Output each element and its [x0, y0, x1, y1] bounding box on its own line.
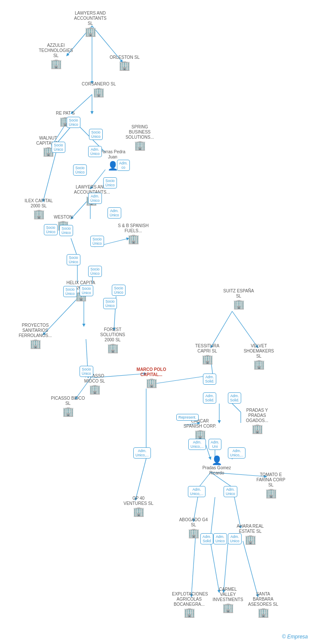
badge-socio-unico-14[interactable]: SocioÚnico — [112, 285, 126, 296]
badge-socio-unico-4[interactable]: SocioÚnico — [73, 164, 87, 176]
node-orleston[interactable]: ORLESTON SL 🏢 — [110, 55, 140, 70]
node-velvet-shoemakers[interactable]: VELVET SHOEMAKERS SL 🏢 — [242, 343, 276, 369]
watermark: © Empresa — [282, 634, 308, 640]
badge-socio-unico-1[interactable]: SocioÚnico — [67, 117, 80, 128]
badge-adm-solid-2[interactable]: Adm.Solid. — [203, 392, 216, 404]
badge-socio-unico-11[interactable]: SocioÚnico — [80, 285, 93, 296]
badge-adm-unico-main[interactable]: Adm.Unico,... — [133, 447, 151, 459]
badge-socio-unico-6[interactable]: SocioÚnico — [59, 225, 73, 236]
badge-adm-unico-1[interactable]: Adm.Único — [88, 146, 102, 157]
svg-line-40 — [211, 543, 219, 592]
node-picasso-bidco[interactable]: PICASSO BIDCO SL 🏢 — [51, 396, 85, 416]
badge-socio-unico-13[interactable]: SocioÚnico — [103, 298, 117, 309]
badge-socio-unico-8[interactable]: SocioÚnico — [90, 236, 104, 247]
node-ilex-capital[interactable]: ILEX CAPITAL 2000 SL 🏢 — [21, 198, 56, 219]
badge-adm-unico-ahara[interactable]: Adm.Unico — [228, 533, 242, 544]
node-marco-polo[interactable]: MARCO POLO CAPITAL... 🏢 — [134, 367, 169, 388]
badge-socio-unico-9[interactable]: SocioÚnico — [67, 254, 80, 265]
graph-container: LAWYERS AND ACCOUNTANTS SL 🏢 AZZULEI TEC… — [0, 0, 313, 644]
badge-socio-unico-15[interactable]: SocioÚnico — [80, 366, 93, 377]
svg-line-28 — [232, 404, 241, 412]
node-corsanero[interactable]: CORSANERO SL 🏢 — [82, 82, 116, 97]
connection-lines — [0, 0, 313, 644]
badge-socio-unico-12[interactable]: SocioÚnico — [63, 286, 77, 297]
node-azzulei[interactable]: AZZULEI TECHNOLOGIES SL 🏢 — [39, 43, 73, 69]
node-pradas-y-pradas[interactable]: PRADAS Y PRADAS OGADOS... 🏢 — [240, 408, 274, 434]
node-carmel-valley[interactable]: CARMEL VALLEY INVESTMENTS 🏢 — [211, 587, 245, 613]
badge-socio-unico-2[interactable]: SocioÚnico — [52, 142, 65, 153]
badge-adm-solid-1[interactable]: Adm.Solid. — [203, 374, 216, 385]
badge-socio-unico-10[interactable]: SocioÚnico — [88, 266, 102, 277]
node-explotaciones[interactable]: EXPLOTACIONES AGRICOLAS BOCANEGRA... 🏢 — [172, 592, 206, 617]
badge-adm-unico-abogado[interactable]: Adm.Unico — [213, 533, 227, 544]
node-gp40[interactable]: GP 40 VENTURES SL 🏢 — [121, 496, 156, 516]
svg-line-42 — [243, 541, 258, 597]
badge-socio-unico-7[interactable]: SocioÚnico — [44, 224, 58, 235]
badge-adm-solid-abogado[interactable]: Adm.Solid — [200, 533, 213, 544]
svg-line-24 — [211, 311, 232, 348]
node-sb-spanish-fuels[interactable]: S & B SPANISH FUELS... 🏢 — [116, 223, 150, 244]
badge-socio-unico-5[interactable]: SocioÚnico — [103, 177, 117, 188]
badge-socio-unico-3[interactable]: SocioÚnico — [89, 129, 103, 140]
badge-adm-unico-5[interactable]: Adm.Unico,... — [228, 447, 245, 459]
badge-adm-unico-4[interactable]: Adm.Unico,... — [188, 439, 206, 450]
svg-line-41 — [224, 543, 228, 592]
badge-adm-unico-3[interactable]: Adm.Único — [107, 207, 121, 219]
svg-line-10 — [43, 153, 56, 202]
node-cabcar-spanish[interactable]: CABCAR SPANISH CORP. 🏢 — [183, 419, 217, 439]
node-tessitura-capri[interactable]: TESSITURA CAPRI SL 🏢 — [190, 343, 224, 364]
node-tomato-e-farina[interactable]: TOMATO E FARINA CORP SL 🏢 — [254, 472, 288, 498]
node-suitz-espana[interactable]: SUITZ ESPAÑA SL 🏢 — [221, 289, 256, 309]
node-proyectos-sanitarios[interactable]: PROYECTOS SANITARIOS FERROLANOS... 🏢 — [18, 323, 52, 349]
badge-adm-co[interactable]: Adm.co — [117, 160, 130, 171]
svg-line-23 — [135, 459, 146, 500]
badge-adm-unico-6[interactable]: Adm.Unico,... — [188, 486, 206, 497]
node-lawyers-accountants[interactable]: LAWYERS AND ACCOUNTANTS SL 🏢 — [73, 11, 107, 36]
svg-line-39 — [191, 535, 196, 597]
svg-line-37 — [211, 497, 215, 536]
badge-adm-uni[interactable]: Adm.Uni — [209, 439, 221, 450]
node-forest-solutions[interactable]: FOREST SOLUTIONS 2000 SL 🏢 — [95, 327, 130, 353]
node-spring-business[interactable]: SPRING BUSINESS SOLUTIONS... 🏢 — [123, 125, 157, 150]
node-santa-barbara[interactable]: SANTA BARBARA ASESORES SL 🏢 — [246, 592, 280, 617]
badge-adm-unico-7[interactable]: Adm.Unico — [224, 486, 237, 497]
badge-represent[interactable]: Represent. — [176, 414, 199, 421]
badge-adm-solid-3[interactable]: Adm.Solid. — [228, 392, 241, 404]
svg-line-25 — [232, 311, 258, 348]
badge-adm-unico-2[interactable]: Adm.Único — [88, 193, 102, 204]
